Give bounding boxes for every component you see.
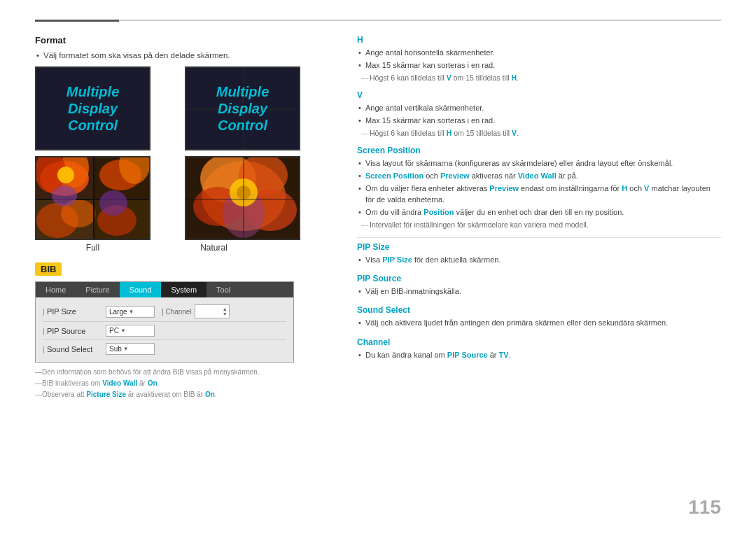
format-bullet: Välj formatet som ska visas på den delad…: [35, 51, 329, 59]
svg-point-4: [57, 167, 74, 183]
panel-body: | PIP Size Large ▼ | Channel ▲▼: [36, 297, 293, 362]
h-note: Högst 6 kan tilldelas till V om 15 tilld…: [357, 73, 721, 82]
display-text-2: Multiple Display Control: [216, 83, 270, 134]
tab-home[interactable]: Home: [36, 282, 76, 297]
v-note: Högst 6 kan tilldelas till H om 15 tilld…: [357, 129, 721, 137]
top-border: [35, 20, 721, 21]
label-full: Full: [35, 243, 150, 253]
v-bullet-1: Ange antal vertikala skärmenheter.: [357, 103, 721, 113]
notes-section: Den information som behövs för att ändra…: [35, 368, 329, 398]
display-grid: Multiple Display Control Multiple Displa…: [35, 66, 329, 240]
sound-select-dropdown[interactable]: Sub ▼: [106, 343, 155, 355]
pip-size-title: PIP Size: [357, 242, 721, 252]
bib-label: BIB: [35, 262, 62, 276]
sp-note: Intervallet för inställningen för skärmd…: [357, 220, 721, 229]
flower-cell-2: [185, 156, 300, 240]
pip-source-select[interactable]: PC ▼: [106, 325, 155, 337]
h-bullet-2: Max 15 skärmar kan sorteras i en rad.: [357, 60, 721, 71]
v-section: V Ange antal vertikala skärmenheter. Max…: [357, 90, 721, 137]
flower-svg-2: [186, 157, 300, 240]
label-row: Full Natural: [35, 243, 329, 253]
h-section: H Ange antal horisontella skärmenheter. …: [357, 35, 721, 82]
panel-label-pip-source: | PIP Source: [43, 327, 106, 335]
svg-point-16: [99, 190, 127, 216]
tab-system[interactable]: System: [161, 282, 206, 297]
channel-bullet: Du kan ändra kanal om PIP Source är TV.: [357, 350, 721, 360]
panel-label-pip-size: | PIP Size: [43, 307, 106, 316]
v-letter: V: [357, 90, 721, 100]
pip-source-bullet: Välj en BIB-inmatningskälla.: [357, 286, 721, 297]
panel-tabs: Home Picture Sound System Tool: [36, 282, 293, 297]
panel-row-sound-select: | Sound Select Sub ▼: [43, 340, 286, 358]
note-1: Den information som behövs för att ändra…: [35, 368, 329, 376]
right-column: H Ange antal horisontella skärmenheter. …: [357, 35, 721, 398]
sp-bullet-4: Om du vill ändra Position väljer du en e…: [357, 207, 721, 218]
display-cell-1: Multiple Display Control: [35, 66, 150, 150]
tab-picture[interactable]: Picture: [76, 282, 119, 297]
content-area: Format Välj formatet som ska visas på de…: [35, 35, 721, 398]
display-cell-2: Multiple Display Control: [185, 66, 300, 150]
top-border-accent: [35, 20, 119, 22]
v-bullet-2: Max 15 skärmar kan sorteras i en rad.: [357, 115, 721, 126]
sound-select-title: Sound Select: [357, 305, 721, 315]
note-3: Observera att Picture Size är avaktivera…: [35, 391, 329, 398]
sp-bullet-1: Visa layout för skärmarna (konfigureras …: [357, 158, 721, 169]
sound-select-section: Sound Select Välj och aktivera ljudet fr…: [357, 305, 721, 328]
display-text-1: Multiple Display Control: [66, 83, 120, 134]
page-container: Format Välj formatet som ska visas på de…: [0, 0, 756, 534]
channel-input[interactable]: ▲▼: [195, 304, 230, 318]
flower-svg-1: [36, 157, 150, 240]
format-title: Format: [35, 35, 329, 45]
label-natural: Natural: [156, 243, 272, 253]
tab-tool[interactable]: Tool: [206, 282, 240, 297]
channel-section: Channel Du kan ändra kanal om PIP Source…: [357, 337, 721, 360]
sound-select-bullet: Välj och aktivera ljudet från antingen d…: [357, 318, 721, 328]
left-column: Format Välj formatet som ska visas på de…: [35, 35, 329, 398]
mock-panel: Home Picture Sound System Tool | PIP Siz…: [35, 281, 294, 363]
sp-bullet-2: Screen Position och Preview aktiveras nä…: [357, 171, 721, 181]
pip-size-select[interactable]: Large ▼: [106, 306, 155, 318]
tab-sound[interactable]: Sound: [120, 282, 162, 297]
section-divider: [357, 237, 721, 238]
panel-row-pip-size: | PIP Size Large ▼ | Channel ▲▼: [43, 302, 286, 322]
pip-size-bullet: Visa PIP Size för den aktuella skärmen.: [357, 255, 721, 265]
h-bullet-1: Ange antal horisontella skärmenheter.: [357, 48, 721, 58]
panel-label-sound-select: | Sound Select: [43, 345, 106, 353]
flower-cell-1: [35, 156, 150, 240]
page-number: 115: [688, 496, 721, 519]
channel-title: Channel: [357, 337, 721, 347]
pip-size-section: PIP Size Visa PIP Size för den aktuella …: [357, 242, 721, 265]
h-letter: H: [357, 35, 721, 45]
pip-source-section: PIP Source Välj en BIB-inmatningskälla.: [357, 274, 721, 297]
panel-row-pip-source: | PIP Source PC ▼: [43, 322, 286, 340]
screen-position-title: Screen Position: [357, 146, 721, 155]
note-2: BIB inaktiveras om Video Wall är On.: [35, 379, 329, 387]
pip-source-title: PIP Source: [357, 274, 721, 283]
screen-position-section: Screen Position Visa layout för skärmarn…: [357, 146, 721, 229]
channel-arrows: ▲▼: [223, 307, 227, 316]
sp-bullet-3: Om du väljer flera enheter aktiveras Pre…: [357, 183, 721, 205]
channel-label: | Channel: [162, 308, 192, 316]
svg-point-15: [52, 185, 77, 206]
